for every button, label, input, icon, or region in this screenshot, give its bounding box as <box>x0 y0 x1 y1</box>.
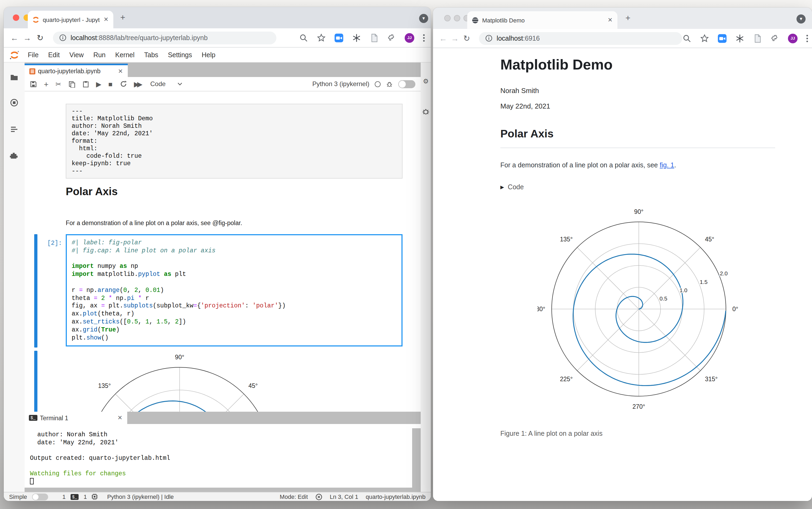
statusbar-filename: quarto-jupyterlab.ipynb <box>366 494 425 500</box>
mode-indicator[interactable]: Mode: Edit <box>280 494 308 500</box>
add-cell-icon[interactable]: + <box>44 80 49 88</box>
new-tab-button[interactable]: + <box>626 14 631 23</box>
kernel-status-icon <box>375 81 381 87</box>
menu-item-edit[interactable]: Edit <box>43 51 64 59</box>
terminal-panel: $_ Terminal 1 ✕ author: Norah Smith date… <box>25 412 421 492</box>
close-tab-icon[interactable]: ✕ <box>103 16 109 23</box>
menu-item-run[interactable]: Run <box>89 51 110 59</box>
reload-button[interactable]: ↻ <box>461 33 472 43</box>
file-browser-icon[interactable] <box>4 73 25 82</box>
paste-cell-icon[interactable] <box>82 80 89 88</box>
kernel-name[interactable]: Python 3 (ipykernel) <box>313 80 369 88</box>
minimize-window-button-inactive[interactable] <box>454 15 460 22</box>
video-call-extension-icon[interactable] <box>717 33 727 43</box>
address-bar[interactable]: localhost:6916 <box>479 32 682 45</box>
extension-manager-icon[interactable] <box>4 152 25 160</box>
running-sessions-icon[interactable] <box>4 98 25 107</box>
document-extension-icon[interactable] <box>753 33 762 43</box>
browser-dropdown-button[interactable]: ▼ <box>419 14 428 23</box>
site-info-icon[interactable] <box>485 35 492 42</box>
menu-item-help[interactable]: Help <box>197 51 220 59</box>
close-tab-icon[interactable]: ✕ <box>607 16 613 24</box>
snowflake-extension-icon[interactable] <box>352 33 361 42</box>
jupyter-logo <box>9 49 20 60</box>
profile-avatar[interactable]: JJ <box>788 33 798 43</box>
profile-avatar[interactable]: JJ <box>405 33 414 42</box>
restart-run-all-icon[interactable]: ▶▶ <box>134 80 140 88</box>
menu-item-file[interactable]: File <box>23 51 43 59</box>
extensions-puzzle-icon[interactable] <box>770 33 780 43</box>
address-bar[interactable]: localhost:8888/lab/tree/quarto-jupyterla… <box>53 31 276 44</box>
menu-item-tabs[interactable]: Tabs <box>139 51 163 59</box>
browser-tab-jupyterlab[interactable]: quarto-jupyterl - JupyterLab ✕ <box>28 11 113 28</box>
back-button[interactable]: ← <box>437 34 449 43</box>
jupyterlab-status-bar: Simple 1 $_ 1 Python 3 (ipykernel) | Idl… <box>4 492 431 501</box>
browser-menu-icon[interactable] <box>806 33 809 43</box>
svg-text:90°: 90° <box>175 354 184 361</box>
snowflake-extension-icon[interactable] <box>735 33 745 43</box>
new-tab-button[interactable]: + <box>120 13 126 22</box>
simple-mode-toggle[interactable] <box>398 80 415 88</box>
debugger-icon[interactable] <box>421 107 431 115</box>
document-extension-icon[interactable] <box>369 33 379 42</box>
close-window-button-inactive[interactable] <box>444 15 451 22</box>
save-icon[interactable] <box>30 80 37 88</box>
simple-mode-switch[interactable] <box>32 493 48 500</box>
extensions-puzzle-icon[interactable] <box>387 33 397 42</box>
quarto-document: Matplotlib Demo Norah Smith May 22nd, 20… <box>433 48 812 501</box>
notebook-tab[interactable]: quarto-jupyterlab.ipynb ✕ <box>25 64 128 77</box>
code-editor[interactable]: #| label: fig-polar#| fig.cap: A line pl… <box>66 234 402 347</box>
notebook-tab-close-icon[interactable]: ✕ <box>117 68 123 75</box>
notebook-content[interactable]: --- title: Matplotlib Demo author: Norah… <box>25 92 421 412</box>
terminal-tab[interactable]: $_ Terminal 1 ✕ <box>25 412 127 424</box>
cell-type-dropdown[interactable]: Code <box>150 80 182 88</box>
notebook-toolbar: + ✂ ▶ ■ ▶▶ Code Python 3 (ipykernel) <box>25 77 421 92</box>
terminal-tab-close-icon[interactable]: ✕ <box>117 414 123 421</box>
bug-icon[interactable] <box>386 80 393 88</box>
svg-text:135°: 135° <box>560 236 573 243</box>
kernel-status-text[interactable]: Python 3 (ipykernel) | Idle <box>107 494 174 500</box>
bookmark-star-icon[interactable] <box>700 33 709 43</box>
bookmark-star-icon[interactable] <box>316 33 326 42</box>
video-call-extension-icon[interactable] <box>334 33 344 42</box>
forward-button[interactable]: → <box>21 33 34 42</box>
cut-cell-icon[interactable]: ✂ <box>56 80 62 88</box>
line-col-indicator[interactable]: Ln 3, Col 1 <box>330 494 358 500</box>
site-info-icon[interactable] <box>59 34 66 41</box>
browser-dropdown-button[interactable]: ▼ <box>797 14 806 24</box>
menu-item-kernel[interactable]: Kernel <box>110 51 139 59</box>
search-icon[interactable] <box>299 33 309 42</box>
copy-cell-icon[interactable] <box>68 80 75 88</box>
table-of-contents-icon[interactable] <box>4 125 25 134</box>
output-collapser[interactable] <box>34 351 37 412</box>
forward-button[interactable]: → <box>449 34 461 43</box>
left-activity-bar <box>4 63 25 492</box>
globe-favicon <box>471 16 479 24</box>
jupyterlab-menu-bar: FileEditViewRunKernelTabsSettingsHelp <box>4 47 431 63</box>
raw-yaml-cell[interactable]: --- title: Matplotlib Demo author: Norah… <box>66 104 402 178</box>
back-button[interactable]: ← <box>8 33 21 42</box>
menu-item-view[interactable]: View <box>64 51 89 59</box>
browser-menu-icon[interactable] <box>422 33 425 42</box>
browser-tab-preview[interactable]: Matplotlib Demo ✕ <box>467 11 617 29</box>
menu-item-settings[interactable]: Settings <box>163 51 197 59</box>
document-paragraph: For a demonstration of a line plot on a … <box>500 162 676 169</box>
left-tab-strip: quarto-jupyterl - JupyterLab ✕ + ▼ <box>4 7 431 28</box>
reload-button[interactable]: ↻ <box>34 33 46 42</box>
run-cell-icon[interactable]: ▶ <box>96 80 101 88</box>
cell-collapser[interactable] <box>34 234 37 347</box>
close-window-button[interactable] <box>13 14 19 21</box>
terminal-output[interactable]: author: Norah Smith date: 'May 22nd, 202… <box>25 428 412 487</box>
trust-shield-icon[interactable] <box>315 493 322 500</box>
property-inspector-icon[interactable]: ⚙ <box>421 77 431 85</box>
restart-kernel-icon[interactable] <box>119 80 127 88</box>
figure-link[interactable]: fig. 1 <box>660 162 674 169</box>
svg-text:2.0: 2.0 <box>720 270 728 276</box>
right-url-row: ← → ↻ localhost:6916 JJ <box>433 29 812 48</box>
stop-kernel-icon[interactable]: ■ <box>108 80 112 88</box>
dock-panel: quarto-jupyterlab.ipynb ✕ + ✂ ▶ ■ ▶▶ Cod… <box>25 63 421 492</box>
kernel-count: 1 <box>84 494 87 500</box>
code-fold-toggle[interactable]: ▶Code <box>500 183 524 191</box>
jupyterlab-browser-window: quarto-jupyterl - JupyterLab ✕ + ▼ ← → ↻… <box>4 7 431 501</box>
search-icon[interactable] <box>682 33 692 43</box>
